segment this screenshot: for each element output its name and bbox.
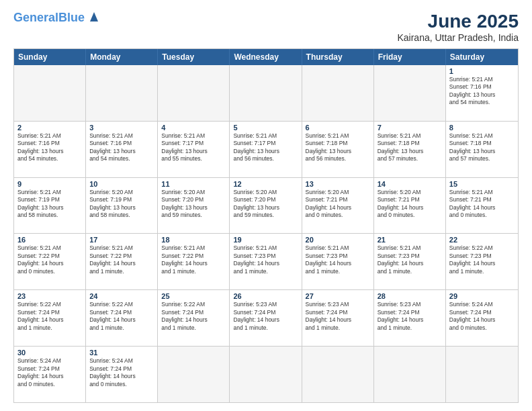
calendar-cell-2-1: 10 Sunrise: 5:20 AMSunset: 7:19 PMDaylig… [86,178,158,234]
cell-info: Sunrise: 5:24 AMSunset: 7:24 PMDaylight:… [449,301,515,332]
calendar-cell-5-2 [158,347,230,402]
cell-day-number: 28 [378,292,442,300]
cell-day-number: 19 [233,236,298,244]
cell-day-number: 29 [449,292,515,300]
calendar-cell-2-2: 11 Sunrise: 5:20 AMSunset: 7:20 PMDaylig… [158,178,230,234]
calendar-cell-3-0: 16 Sunrise: 5:21 AMSunset: 7:22 PMDaylig… [14,234,86,289]
cell-info: Sunrise: 5:20 AMSunset: 7:19 PMDaylight:… [89,189,154,220]
header-friday: Friday [374,49,446,65]
calendar-cell-4-1: 24 Sunrise: 5:22 AMSunset: 7:24 PMDaylig… [86,290,158,346]
cell-day-number: 15 [449,180,515,188]
cell-day-number: 25 [161,292,226,300]
cell-day-number: 16 [17,236,82,244]
cell-info: Sunrise: 5:22 AMSunset: 7:24 PMDaylight:… [17,301,82,332]
header: GeneralBlue June 2025 Kairana, Uttar Pra… [13,11,519,43]
calendar-cell-1-5: 7 Sunrise: 5:21 AMSunset: 7:18 PMDayligh… [374,122,446,177]
cell-day-number: 1 [449,67,515,75]
header-saturday: Saturday [446,49,518,65]
cell-info: Sunrise: 5:21 AMSunset: 7:22 PMDaylight:… [17,244,82,275]
calendar-cell-1-0: 2 Sunrise: 5:21 AMSunset: 7:16 PMDayligh… [14,122,86,177]
calendar-cell-4-0: 23 Sunrise: 5:22 AMSunset: 7:24 PMDaylig… [14,290,86,346]
logo-text: GeneralBlue [13,11,85,24]
calendar-header: Sunday Monday Tuesday Wednesday Thursday… [14,49,518,65]
calendar-cell-3-1: 17 Sunrise: 5:21 AMSunset: 7:22 PMDaylig… [86,234,158,289]
cell-day-number: 31 [89,349,154,357]
logo-icon [87,9,101,23]
cell-info: Sunrise: 5:23 AMSunset: 7:24 PMDaylight:… [233,301,298,332]
header-tuesday: Tuesday [158,49,230,65]
cell-info: Sunrise: 5:21 AMSunset: 7:23 PMDaylight:… [378,244,442,275]
calendar-cell-3-4: 20 Sunrise: 5:21 AMSunset: 7:23 PMDaylig… [302,234,374,289]
cell-day-number: 13 [306,180,370,188]
calendar-row-5: 30 Sunrise: 5:24 AMSunset: 7:24 PMDaylig… [14,346,518,402]
calendar-cell-1-6: 8 Sunrise: 5:21 AMSunset: 7:18 PMDayligh… [446,122,518,177]
cell-info: Sunrise: 5:21 AMSunset: 7:18 PMDaylight:… [306,132,370,163]
cell-day-number: 18 [161,236,226,244]
cell-info: Sunrise: 5:22 AMSunset: 7:24 PMDaylight:… [89,301,154,332]
cell-day-number: 4 [161,124,226,132]
calendar-cell-5-0: 30 Sunrise: 5:24 AMSunset: 7:24 PMDaylig… [14,347,86,402]
cell-info: Sunrise: 5:21 AMSunset: 7:21 PMDaylight:… [449,189,515,220]
cell-day-number: 21 [378,236,442,244]
calendar-cell-0-3 [230,65,302,121]
calendar-cell-4-3: 26 Sunrise: 5:23 AMSunset: 7:24 PMDaylig… [230,290,302,346]
cell-info: Sunrise: 5:21 AMSunset: 7:22 PMDaylight:… [89,244,154,275]
logo-general: General [13,11,58,24]
calendar-cell-4-4: 27 Sunrise: 5:23 AMSunset: 7:24 PMDaylig… [302,290,374,346]
cell-info: Sunrise: 5:20 AMSunset: 7:20 PMDaylight:… [161,189,226,220]
calendar-cell-0-2 [158,65,230,121]
cell-day-number: 22 [449,236,515,244]
calendar-cell-1-4: 6 Sunrise: 5:21 AMSunset: 7:18 PMDayligh… [302,122,374,177]
cell-info: Sunrise: 5:21 AMSunset: 7:19 PMDaylight:… [17,189,82,220]
calendar-cell-4-5: 28 Sunrise: 5:23 AMSunset: 7:24 PMDaylig… [374,290,446,346]
cell-info: Sunrise: 5:21 AMSunset: 7:17 PMDaylight:… [233,132,298,163]
cell-day-number: 30 [17,349,82,357]
cell-info: Sunrise: 5:22 AMSunset: 7:23 PMDaylight:… [449,244,515,275]
cell-day-number: 11 [161,180,226,188]
calendar-cell-2-6: 15 Sunrise: 5:21 AMSunset: 7:21 PMDaylig… [446,178,518,234]
header-wednesday: Wednesday [230,49,302,65]
cell-day-number: 8 [449,124,515,132]
calendar-cell-3-2: 18 Sunrise: 5:21 AMSunset: 7:22 PMDaylig… [158,234,230,289]
cell-info: Sunrise: 5:21 AMSunset: 7:23 PMDaylight:… [306,244,370,275]
cell-day-number: 3 [89,124,154,132]
cell-info: Sunrise: 5:21 AMSunset: 7:16 PMDaylight:… [17,132,82,163]
calendar-body: 1 Sunrise: 5:21 AMSunset: 7:16 PMDayligh… [14,65,518,402]
calendar-cell-4-2: 25 Sunrise: 5:22 AMSunset: 7:24 PMDaylig… [158,290,230,346]
cell-day-number: 20 [306,236,370,244]
cell-info: Sunrise: 5:21 AMSunset: 7:16 PMDaylight:… [449,76,515,107]
cell-day-number: 27 [306,292,370,300]
cell-info: Sunrise: 5:21 AMSunset: 7:16 PMDaylight:… [89,132,154,163]
header-sunday: Sunday [14,49,86,65]
cell-info: Sunrise: 5:21 AMSunset: 7:18 PMDaylight:… [449,132,515,163]
calendar-cell-1-3: 5 Sunrise: 5:21 AMSunset: 7:17 PMDayligh… [230,122,302,177]
cell-info: Sunrise: 5:24 AMSunset: 7:24 PMDaylight:… [17,357,82,388]
cell-day-number: 7 [378,124,442,132]
cell-day-number: 26 [233,292,298,300]
calendar-cell-3-3: 19 Sunrise: 5:21 AMSunset: 7:23 PMDaylig… [230,234,302,289]
cell-info: Sunrise: 5:20 AMSunset: 7:21 PMDaylight:… [378,189,442,220]
calendar-cell-3-5: 21 Sunrise: 5:21 AMSunset: 7:23 PMDaylig… [374,234,446,289]
calendar-row-4: 23 Sunrise: 5:22 AMSunset: 7:24 PMDaylig… [14,289,518,346]
cell-day-number: 9 [17,180,82,188]
header-thursday: Thursday [302,49,374,65]
calendar-cell-0-1 [86,65,158,121]
cell-day-number: 12 [233,180,298,188]
calendar-row-3: 16 Sunrise: 5:21 AMSunset: 7:22 PMDaylig… [14,233,518,289]
calendar-cell-0-5 [374,65,446,121]
cell-info: Sunrise: 5:23 AMSunset: 7:24 PMDaylight:… [378,301,442,332]
calendar-cell-5-3 [230,347,302,402]
cell-day-number: 17 [89,236,154,244]
subtitle: Kairana, Uttar Pradesh, India [397,32,519,43]
calendar-row-1: 2 Sunrise: 5:21 AMSunset: 7:16 PMDayligh… [14,121,518,177]
calendar-cell-2-4: 13 Sunrise: 5:20 AMSunset: 7:21 PMDaylig… [302,178,374,234]
title-block: June 2025 Kairana, Uttar Pradesh, India [397,11,519,43]
cell-day-number: 23 [17,292,82,300]
calendar: Sunday Monday Tuesday Wednesday Thursday… [13,48,519,403]
calendar-cell-5-5 [374,347,446,402]
page: GeneralBlue June 2025 Kairana, Uttar Pra… [0,0,532,411]
cell-day-number: 2 [17,124,82,132]
cell-info: Sunrise: 5:20 AMSunset: 7:20 PMDaylight:… [233,189,298,220]
svg-marker-0 [90,12,98,21]
logo-blue: Blue [58,11,85,24]
